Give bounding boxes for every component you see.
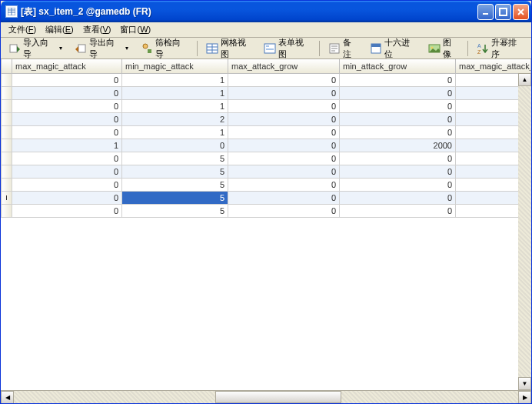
row-header[interactable]: [2, 178, 12, 191]
scroll-up-button[interactable]: ▲: [518, 73, 531, 86]
cell[interactable]: 0: [340, 152, 456, 165]
scroll-down-button[interactable]: ▼: [518, 377, 531, 390]
column-header[interactable]: min_magic_attack: [122, 59, 228, 73]
maximize-button[interactable]: [495, 4, 511, 20]
cell[interactable]: 0: [12, 165, 122, 178]
cell[interactable]: 5: [122, 191, 228, 204]
cell[interactable]: 0: [340, 191, 456, 204]
hex-button[interactable]: 十六进位: [365, 35, 421, 62]
cell[interactable]: 0: [340, 86, 456, 99]
scroll-track[interactable]: [518, 86, 531, 377]
table-row[interactable]: 0500: [2, 165, 531, 178]
table-row[interactable]: 0500: [2, 152, 531, 165]
cell[interactable]: 0: [228, 165, 340, 178]
form-view-button[interactable]: 表单视图: [259, 35, 315, 62]
row-header[interactable]: [2, 165, 12, 178]
cell[interactable]: 0: [12, 73, 122, 86]
cell[interactable]: 0: [340, 204, 456, 217]
scroll-right-button[interactable]: ▶: [518, 391, 531, 403]
cell[interactable]: 0: [12, 86, 122, 99]
cell[interactable]: 0: [340, 178, 456, 191]
cell[interactable]: 0: [340, 99, 456, 112]
cell[interactable]: 0: [228, 178, 340, 191]
cell[interactable]: 0: [122, 139, 228, 152]
column-header[interactable]: max_magic_attack: [12, 59, 122, 73]
cell[interactable]: 0: [340, 125, 456, 139]
row-header[interactable]: I: [2, 191, 12, 204]
scroll-track[interactable]: [14, 391, 518, 403]
hex-icon: [370, 42, 382, 55]
cell[interactable]: 1: [122, 73, 228, 86]
cell[interactable]: 0: [12, 178, 122, 191]
row-header[interactable]: [2, 152, 12, 165]
dropdown-icon[interactable]: ▾: [125, 45, 131, 52]
vertical-scrollbar[interactable]: ▲ ▼: [518, 73, 531, 390]
filter-wizard-button[interactable]: 筛检向导: [136, 35, 192, 62]
corner-header[interactable]: [2, 59, 12, 73]
note-button[interactable]: 备注: [324, 35, 364, 62]
cell[interactable]: 0: [12, 152, 122, 165]
table-row[interactable]: 0200: [2, 112, 531, 125]
row-header[interactable]: [2, 125, 12, 139]
cell[interactable]: 1: [122, 125, 228, 139]
cell[interactable]: 0: [228, 86, 340, 99]
cell[interactable]: 0: [228, 112, 340, 125]
scroll-thumb[interactable]: [215, 391, 341, 403]
table-row[interactable]: 0100: [2, 99, 531, 112]
cell[interactable]: 5: [122, 204, 228, 217]
cell[interactable]: 0: [228, 204, 340, 217]
cell[interactable]: 0: [12, 191, 122, 204]
table-row[interactable]: 0100: [2, 86, 531, 99]
row-header[interactable]: [2, 86, 12, 99]
cell[interactable]: 0: [12, 99, 122, 112]
export-wizard-button[interactable]: 导出向导 ▾: [70, 35, 135, 62]
cell[interactable]: 0: [228, 125, 340, 139]
cell[interactable]: 0: [340, 112, 456, 125]
titlebar[interactable]: [表] sx_item_2 @gamedb (FR): [1, 1, 531, 22]
row-header[interactable]: [2, 139, 12, 152]
cell[interactable]: 0: [228, 73, 340, 86]
cell[interactable]: 0: [340, 73, 456, 86]
cell[interactable]: 5: [122, 178, 228, 191]
image-button[interactable]: 图像: [424, 35, 464, 62]
import-wizard-button[interactable]: 导入向导 ▾: [4, 35, 68, 62]
cell[interactable]: 0: [228, 99, 340, 112]
cell[interactable]: 0: [12, 204, 122, 217]
filter-icon: [141, 42, 153, 55]
table-row[interactable]: 1002000: [2, 139, 531, 152]
cell[interactable]: 0: [12, 125, 122, 139]
table-row[interactable]: 0100: [2, 125, 531, 139]
data-table[interactable]: max_magic_attackmin_magic_attackmax_atta…: [1, 59, 531, 218]
table-row[interactable]: I0500: [2, 191, 531, 204]
scroll-left-button[interactable]: ◀: [1, 391, 14, 403]
cell[interactable]: 0: [12, 112, 122, 125]
cell[interactable]: 1: [12, 139, 122, 152]
cell[interactable]: 2000: [340, 139, 456, 152]
cell[interactable]: 0: [228, 139, 340, 152]
horizontal-scrollbar[interactable]: ◀ ▶: [1, 390, 531, 403]
dropdown-icon[interactable]: ▾: [58, 45, 64, 52]
cell[interactable]: 5: [122, 165, 228, 178]
row-header[interactable]: [2, 73, 12, 86]
sort-asc-button[interactable]: AZ 升幂排序: [472, 35, 528, 62]
cell[interactable]: 2: [122, 112, 228, 125]
grid-view-button[interactable]: 网格视图: [201, 35, 258, 62]
cell[interactable]: 0: [228, 152, 340, 165]
cell[interactable]: 5: [122, 152, 228, 165]
cell[interactable]: 0: [340, 165, 456, 178]
cell[interactable]: 1: [122, 99, 228, 112]
row-header[interactable]: [2, 204, 12, 217]
table-row[interactable]: 0100: [2, 73, 531, 86]
row-header[interactable]: [2, 99, 12, 112]
close-button[interactable]: [513, 4, 529, 20]
column-header[interactable]: max_magic_attack_g: [456, 59, 531, 73]
column-header[interactable]: min_attack_grow: [340, 59, 456, 73]
column-header[interactable]: max_attack_grow: [228, 59, 340, 73]
separator: [319, 41, 320, 56]
table-row[interactable]: 0500: [2, 178, 531, 191]
table-row[interactable]: 0500: [2, 204, 531, 217]
row-header[interactable]: [2, 112, 12, 125]
cell[interactable]: 1: [122, 86, 228, 99]
cell[interactable]: 0: [228, 191, 340, 204]
minimize-button[interactable]: [477, 4, 494, 20]
